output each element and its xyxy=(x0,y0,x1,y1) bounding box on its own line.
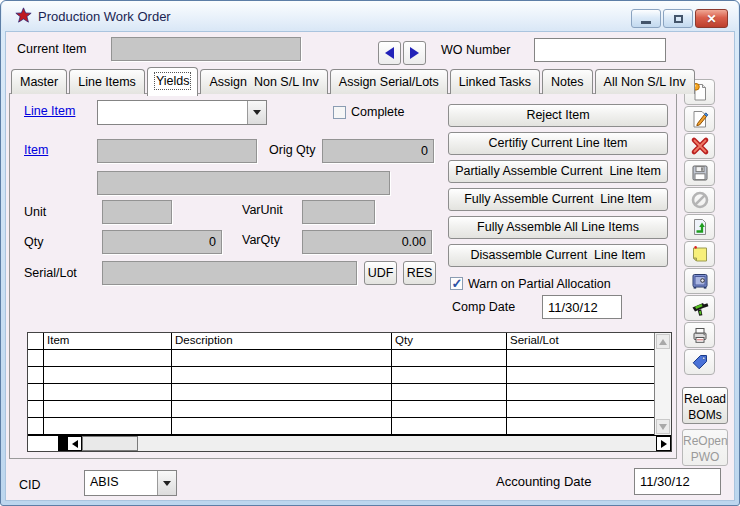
item-link[interactable]: Item xyxy=(24,143,48,157)
disassemble-current-line-item-button[interactable]: Disassemble Current Line Item xyxy=(448,244,668,267)
notes-button[interactable] xyxy=(684,241,715,267)
table-cell xyxy=(172,401,392,417)
orig-qty-label: Orig Qty xyxy=(269,143,316,157)
reject-item-button[interactable]: Reject Item xyxy=(448,104,668,127)
current-item-label: Current Item xyxy=(17,42,86,56)
restore-button[interactable] xyxy=(663,9,693,28)
res-button[interactable]: RES xyxy=(403,261,436,285)
table-cell xyxy=(44,350,172,366)
accounting-date-input[interactable] xyxy=(634,468,721,495)
row-selector[interactable] xyxy=(28,350,44,366)
grid-splitter-box[interactable] xyxy=(58,436,67,451)
table-cell xyxy=(44,401,172,417)
wo-number-label: WO Number xyxy=(441,43,510,57)
reload-boms-line1: ReLoad xyxy=(684,392,726,406)
udf-button[interactable]: UDF xyxy=(364,261,397,285)
line-item-link[interactable]: Line Item xyxy=(24,104,75,118)
row-selector[interactable] xyxy=(28,384,44,400)
scroll-down-icon[interactable] xyxy=(656,419,670,434)
reopen-pwo-button: ReOpenPWO xyxy=(682,429,728,466)
line-item-combobox[interactable] xyxy=(97,100,267,125)
tab-yields[interactable]: Yields xyxy=(147,67,199,96)
print-button[interactable] xyxy=(684,322,715,348)
production-work-order-window: Production Work Order ✕ Current Item WO … xyxy=(0,0,740,506)
tab-label: All Non S/L Inv xyxy=(604,75,686,89)
cancel-button[interactable] xyxy=(684,187,715,213)
cid-combobox[interactable]: ABIS xyxy=(84,470,177,496)
item-description-field xyxy=(97,171,390,195)
qty-field: 0 xyxy=(102,230,222,254)
row-selector[interactable] xyxy=(28,367,44,383)
table-cell xyxy=(44,384,172,400)
document-green-arrow-icon xyxy=(690,217,710,237)
printer-icon xyxy=(690,325,710,345)
vertical-scrollbar[interactable] xyxy=(654,333,671,435)
safe-vault-icon xyxy=(690,271,710,291)
fully-assemble-all-line-items-button[interactable]: Fully Assemble All Line Items xyxy=(448,216,668,239)
comp-date-label: Comp Date xyxy=(452,300,515,314)
row-selector[interactable] xyxy=(28,418,44,434)
grid-body xyxy=(28,350,654,435)
table-cell xyxy=(172,384,392,400)
wo-number-input[interactable] xyxy=(534,38,666,62)
tab-label: Assign Serial/Lots xyxy=(339,75,439,89)
table-cell xyxy=(392,384,507,400)
reload-boms-button[interactable]: ReLoadBOMs xyxy=(682,387,728,424)
drill-down-button[interactable] xyxy=(684,295,715,321)
line-item-dropdown-button[interactable] xyxy=(247,101,266,124)
fully-assemble-current-line-item-button[interactable]: Fully Assemble Current Line Item xyxy=(448,188,668,211)
tab-notes[interactable]: Notes xyxy=(542,69,593,94)
app-star-icon xyxy=(15,7,32,24)
scroll-right-icon[interactable] xyxy=(656,436,671,451)
chevron-down-icon xyxy=(253,110,261,115)
complete-checkbox[interactable] xyxy=(333,106,346,119)
cancel-slash-icon xyxy=(690,190,710,210)
line-item-value xyxy=(98,101,247,124)
table-cell xyxy=(44,367,172,383)
partially-assemble-current-line-item-button[interactable]: Partially Assemble Current Line Item xyxy=(448,160,668,183)
cid-label: CID xyxy=(19,478,41,492)
tab-linked-tasks[interactable]: Linked Tasks xyxy=(450,69,540,94)
save-record-button[interactable] xyxy=(684,160,715,186)
tab-assign-serial-lots[interactable]: Assign Serial/Lots xyxy=(330,69,448,94)
cid-dropdown-button[interactable] xyxy=(157,471,176,495)
tab-label: Line Items xyxy=(78,75,136,89)
row-selector[interactable] xyxy=(28,401,44,417)
tab-all-non-sl-inv[interactable]: All Non S/L Inv xyxy=(595,69,695,94)
tab-line-items[interactable]: Line Items xyxy=(69,69,145,94)
sticky-note-icon xyxy=(690,244,710,264)
table-row[interactable] xyxy=(28,401,654,418)
column-header-serial-lot[interactable]: Serial/Lot xyxy=(507,333,654,349)
column-header-qty[interactable]: Qty xyxy=(392,333,507,349)
scroll-left-icon[interactable] xyxy=(67,436,82,451)
delete-record-button[interactable] xyxy=(684,133,715,159)
horizontal-scrollbar[interactable] xyxy=(28,435,671,451)
next-record-button[interactable] xyxy=(403,41,426,65)
vault-button[interactable] xyxy=(684,268,715,294)
edit-record-button[interactable] xyxy=(684,106,715,132)
tab-master[interactable]: Master xyxy=(11,69,67,94)
column-header-description[interactable]: Description xyxy=(172,333,392,349)
horizontal-scroll-thumb[interactable] xyxy=(82,436,138,451)
scrollbar-lead-space xyxy=(28,436,58,451)
var-qty-label: VarQty xyxy=(242,233,280,247)
close-button[interactable]: ✕ xyxy=(695,9,728,28)
edit-document-icon xyxy=(690,109,710,129)
comp-date-input[interactable] xyxy=(542,295,622,319)
table-row[interactable] xyxy=(28,367,654,384)
tab-assign-non-sl-inv[interactable]: Assign Non S/L Inv xyxy=(200,69,327,94)
column-header-item[interactable]: Item xyxy=(44,333,172,349)
complete-label: Complete xyxy=(351,105,405,119)
table-row[interactable] xyxy=(28,350,654,367)
tag-button[interactable] xyxy=(684,349,715,375)
table-cell xyxy=(507,418,654,434)
horizontal-scroll-track[interactable] xyxy=(138,436,656,451)
minimize-button[interactable] xyxy=(631,9,661,28)
table-row[interactable] xyxy=(28,418,654,435)
warn-partial-allocation-checkbox[interactable] xyxy=(450,277,463,290)
certify-current-line-item-button[interactable]: Certifiy Current Line Item xyxy=(448,132,668,155)
table-row[interactable] xyxy=(28,384,654,401)
previous-record-button[interactable] xyxy=(378,41,401,65)
post-document-button[interactable] xyxy=(684,214,715,240)
scroll-up-icon[interactable] xyxy=(656,334,670,349)
